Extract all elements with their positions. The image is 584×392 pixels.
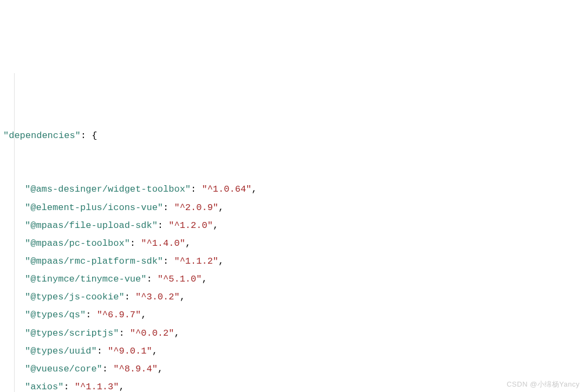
json-key: "dependencies" [3,130,81,141]
colon: : [130,238,141,249]
json-key: "axios" [25,382,63,392]
colon: : [158,220,168,231]
json-key: "@types/qs" [25,310,86,320]
comma: , [119,382,124,392]
dependency-entry: "@mpaas/file-upload-sdk": "^1.2.0", [3,217,584,234]
json-value: "^9.0.1" [108,346,152,356]
json-value: "^5.1.0" [158,274,202,284]
comma: , [218,256,224,266]
json-key: "@tinymce/tinymce-vue" [25,274,146,284]
open-brace: { [92,130,97,141]
colon: : [119,328,129,338]
comma: , [218,202,224,213]
json-key: "@types/scriptjs" [25,328,119,338]
dependency-entry: "@element-plus/icons-vue": "^2.0.9", [3,199,584,217]
json-key: "@mpaas/pc-toolbox" [25,238,130,249]
json-value: "^1.1.2" [174,256,218,266]
comma: , [174,328,179,338]
json-value: "^1.2.0" [168,220,213,231]
json-value: "^8.9.4" [113,364,158,374]
dependency-entry: "@mpaas/pc-toolbox": "^1.4.0", [3,234,584,252]
watermark: CSDN @小绵杨Yancy [507,377,580,391]
comma: , [141,310,146,320]
comma: , [185,238,191,249]
dependency-entry: "@types/qs": "^6.9.7", [3,306,584,324]
colon: : [102,364,113,374]
json-key: "@ams-desinger/widget-toolbox" [25,184,191,194]
colon: : [163,202,174,213]
dependency-entry: "@mpaas/rmc-platform-sdk": "^1.1.2", [3,252,584,270]
dependency-entry: "@types/js-cookie": "^3.0.2", [3,288,584,306]
dependency-list: "@ams-desinger/widget-toolbox": "^1.0.64… [3,180,584,392]
code-block: "dependencies": { "@ams-desinger/widget-… [3,73,584,392]
colon: : [97,346,108,356]
json-value: "^3.0.2" [135,292,180,302]
comma: , [251,184,257,194]
dependency-entry: "@types/scriptjs": "^0.0.2", [3,324,584,342]
colon: : [191,184,202,194]
dependency-entry: "axios": "^1.1.3", [3,378,584,392]
dependency-entry: "@tinymce/tinymce-vue": "^5.1.0", [3,270,584,288]
colon: : [63,382,74,392]
comma: , [202,274,207,284]
json-key: "@types/uuid" [25,346,97,356]
json-value: "^1.1.3" [75,382,119,392]
dependencies-header: "dependencies": { [3,127,584,145]
json-value: "^2.0.9" [174,202,218,213]
comma: , [180,292,185,302]
comma: , [152,346,158,356]
json-key: "@types/js-cookie" [25,292,125,302]
json-key: "@mpaas/file-upload-sdk" [25,220,158,231]
json-key: "@mpaas/rmc-platform-sdk" [25,256,163,266]
colon: : [146,274,157,284]
comma: , [213,220,218,231]
colon: : [163,256,174,266]
colon: : [125,292,135,302]
json-value: "^1.4.0" [141,238,185,249]
comma: , [158,364,163,374]
json-value: "^6.9.7" [97,310,141,320]
json-key: "@element-plus/icons-vue" [25,202,163,213]
json-value: "^1.0.64" [202,184,251,194]
dependency-entry: "@vueuse/core": "^8.9.4", [3,360,584,378]
dependency-entry: "@types/uuid": "^9.0.1", [3,342,584,360]
json-value: "^0.0.2" [130,328,174,338]
dependency-entry: "@ams-desinger/widget-toolbox": "^1.0.64… [3,180,584,198]
json-key: "@vueuse/core" [25,364,102,374]
colon: : [86,310,96,320]
colon: : [81,130,92,141]
